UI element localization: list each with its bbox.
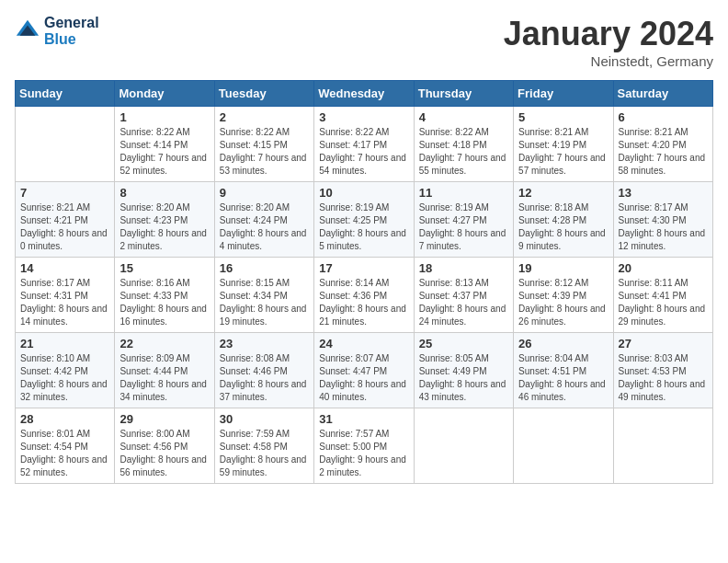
calendar-cell: 28Sunrise: 8:01 AMSunset: 4:54 PMDayligh… [16,408,115,484]
day-number: 28 [20,412,109,426]
calendar-cell [16,107,115,182]
day-number: 27 [619,337,708,350]
calendar-week-row-3: 14Sunrise: 8:17 AMSunset: 4:31 PMDayligh… [16,258,713,333]
day-number: 8 [119,186,209,200]
day-info: Sunrise: 8:21 AMSunset: 4:21 PMDaylight:… [20,201,109,253]
page-header: General Blue January 2024 Neinstedt, Ger… [15,15,713,69]
col-sunday: Sunday [16,81,115,107]
day-number: 1 [119,110,209,124]
location: Neinstedt, Germany [504,53,713,69]
day-number: 23 [220,337,309,350]
calendar-cell: 12Sunrise: 8:18 AMSunset: 4:28 PMDayligh… [514,182,613,258]
day-number: 29 [119,412,209,426]
calendar-week-row-5: 28Sunrise: 8:01 AMSunset: 4:54 PMDayligh… [16,408,713,484]
day-info: Sunrise: 8:01 AMSunset: 4:54 PMDaylight:… [20,428,109,479]
day-number: 15 [119,261,209,275]
calendar-cell: 24Sunrise: 8:07 AMSunset: 4:47 PMDayligh… [314,333,414,408]
day-info: Sunrise: 8:19 AMSunset: 4:27 PMDaylight:… [419,201,508,253]
calendar-cell: 16Sunrise: 8:15 AMSunset: 4:34 PMDayligh… [214,258,313,333]
calendar-cell: 21Sunrise: 8:10 AMSunset: 4:42 PMDayligh… [16,333,115,408]
calendar-cell: 10Sunrise: 8:19 AMSunset: 4:25 PMDayligh… [314,182,414,258]
calendar-cell: 22Sunrise: 8:09 AMSunset: 4:44 PMDayligh… [115,333,214,408]
day-info: Sunrise: 8:22 AMSunset: 4:18 PMDaylight:… [419,126,508,178]
day-number: 11 [419,186,508,200]
day-number: 22 [119,337,209,350]
day-number: 4 [419,110,508,124]
calendar-cell: 3Sunrise: 8:22 AMSunset: 4:17 PMDaylight… [314,107,414,182]
calendar-cell: 14Sunrise: 8:17 AMSunset: 4:31 PMDayligh… [16,258,115,333]
day-info: Sunrise: 8:20 AMSunset: 4:23 PMDaylight:… [119,201,209,253]
calendar-cell: 31Sunrise: 7:57 AMSunset: 5:00 PMDayligh… [314,408,414,484]
calendar-cell: 25Sunrise: 8:05 AMSunset: 4:49 PMDayligh… [414,333,513,408]
day-number: 12 [518,186,608,200]
day-info: Sunrise: 8:19 AMSunset: 4:25 PMDaylight:… [319,201,408,253]
calendar-cell: 30Sunrise: 7:59 AMSunset: 4:58 PMDayligh… [214,408,313,484]
day-number: 14 [20,261,109,275]
day-number: 21 [20,337,109,350]
day-info: Sunrise: 8:03 AMSunset: 4:53 PMDaylight:… [619,352,708,404]
day-number: 24 [319,337,408,350]
logo-text-general: General [44,15,99,31]
col-wednesday: Wednesday [314,81,414,107]
day-info: Sunrise: 8:12 AMSunset: 4:39 PMDaylight:… [518,277,608,328]
day-info: Sunrise: 8:07 AMSunset: 4:47 PMDaylight:… [319,352,408,404]
calendar-cell: 1Sunrise: 8:22 AMSunset: 4:14 PMDaylight… [115,107,214,182]
day-number: 19 [518,261,608,275]
calendar-week-row-4: 21Sunrise: 8:10 AMSunset: 4:42 PMDayligh… [16,333,713,408]
calendar-cell: 9Sunrise: 8:20 AMSunset: 4:24 PMDaylight… [214,182,313,258]
calendar-cell: 29Sunrise: 8:00 AMSunset: 4:56 PMDayligh… [115,408,214,484]
calendar-cell [414,408,513,484]
calendar-cell: 6Sunrise: 8:21 AMSunset: 4:20 PMDaylight… [613,107,712,182]
day-info: Sunrise: 8:18 AMSunset: 4:28 PMDaylight:… [518,201,608,253]
day-number: 9 [220,186,309,200]
day-info: Sunrise: 7:57 AMSunset: 5:00 PMDaylight:… [319,428,408,479]
day-info: Sunrise: 8:15 AMSunset: 4:34 PMDaylight:… [220,277,309,328]
calendar-cell: 5Sunrise: 8:21 AMSunset: 4:19 PMDaylight… [514,107,613,182]
day-number: 3 [319,110,408,124]
day-number: 10 [319,186,408,200]
day-info: Sunrise: 8:22 AMSunset: 4:17 PMDaylight:… [319,126,408,178]
day-info: Sunrise: 8:16 AMSunset: 4:33 PMDaylight:… [119,277,209,328]
calendar-header-row: Sunday Monday Tuesday Wednesday Thursday… [16,81,713,107]
col-thursday: Thursday [414,81,513,107]
day-number: 25 [419,337,508,350]
day-number: 30 [220,412,309,426]
calendar-cell: 20Sunrise: 8:11 AMSunset: 4:41 PMDayligh… [613,258,712,333]
day-info: Sunrise: 8:21 AMSunset: 4:19 PMDaylight:… [518,126,608,178]
day-info: Sunrise: 8:05 AMSunset: 4:49 PMDaylight:… [419,352,508,404]
calendar-cell: 18Sunrise: 8:13 AMSunset: 4:37 PMDayligh… [414,258,513,333]
calendar-cell: 2Sunrise: 8:22 AMSunset: 4:15 PMDaylight… [214,107,313,182]
day-info: Sunrise: 8:04 AMSunset: 4:51 PMDaylight:… [518,352,608,404]
day-number: 17 [319,261,408,275]
calendar-cell: 17Sunrise: 8:14 AMSunset: 4:36 PMDayligh… [314,258,414,333]
calendar-week-row-1: 1Sunrise: 8:22 AMSunset: 4:14 PMDaylight… [16,107,713,182]
month-title: January 2024 [504,15,713,53]
day-info: Sunrise: 8:22 AMSunset: 4:15 PMDaylight:… [220,126,309,178]
day-number: 18 [419,261,508,275]
col-tuesday: Tuesday [214,81,313,107]
day-info: Sunrise: 8:20 AMSunset: 4:24 PMDaylight:… [220,201,309,253]
day-number: 2 [220,110,309,124]
calendar-cell: 4Sunrise: 8:22 AMSunset: 4:18 PMDaylight… [414,107,513,182]
calendar-cell [514,408,613,484]
day-number: 26 [518,337,608,350]
day-number: 20 [619,261,708,275]
calendar-cell: 27Sunrise: 8:03 AMSunset: 4:53 PMDayligh… [613,333,712,408]
day-info: Sunrise: 8:11 AMSunset: 4:41 PMDaylight:… [619,277,708,328]
logo-text-blue: Blue [44,31,99,48]
day-number: 31 [319,412,408,426]
calendar-cell: 13Sunrise: 8:17 AMSunset: 4:30 PMDayligh… [613,182,712,258]
logo-icon [15,18,40,44]
calendar-cell: 11Sunrise: 8:19 AMSunset: 4:27 PMDayligh… [414,182,513,258]
day-info: Sunrise: 8:22 AMSunset: 4:14 PMDaylight:… [119,126,209,178]
col-monday: Monday [115,81,214,107]
day-info: Sunrise: 8:08 AMSunset: 4:46 PMDaylight:… [220,352,309,404]
calendar-cell: 8Sunrise: 8:20 AMSunset: 4:23 PMDaylight… [115,182,214,258]
day-number: 16 [220,261,309,275]
day-info: Sunrise: 8:13 AMSunset: 4:37 PMDaylight:… [419,277,508,328]
calendar-week-row-2: 7Sunrise: 8:21 AMSunset: 4:21 PMDaylight… [16,182,713,258]
calendar-cell: 19Sunrise: 8:12 AMSunset: 4:39 PMDayligh… [514,258,613,333]
day-info: Sunrise: 8:09 AMSunset: 4:44 PMDaylight:… [119,352,209,404]
day-number: 13 [619,186,708,200]
calendar-cell: 26Sunrise: 8:04 AMSunset: 4:51 PMDayligh… [514,333,613,408]
